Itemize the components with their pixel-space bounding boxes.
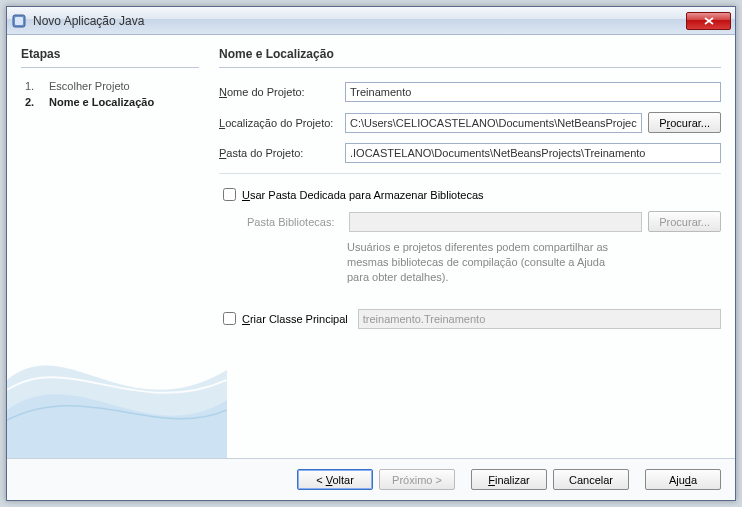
separator (219, 173, 721, 174)
titlebar[interactable]: Novo Aplicação Java (7, 7, 735, 35)
app-icon (11, 13, 27, 29)
lib-folder-label: Pasta Bibliotecas: (247, 216, 343, 228)
close-button[interactable] (686, 12, 731, 30)
step-label: Nome e Localização (49, 96, 154, 108)
button-bar: < Voltar Próximo > Finalizar Cancelar Aj… (7, 458, 735, 500)
svg-rect-1 (15, 17, 23, 25)
project-name-label: Nome do Projeto: (219, 86, 339, 98)
project-location-label: Localização do Projeto: (219, 117, 339, 129)
sidebar-title: Etapas (21, 47, 199, 68)
browse-location-button[interactable]: Procurar... (648, 112, 721, 133)
project-location-input[interactable] (345, 113, 642, 133)
create-main-class-label[interactable]: Criar Classe Principal (242, 313, 348, 325)
steps-sidebar: Etapas 1. Escolher Projeto 2. Nome e Loc… (21, 47, 209, 458)
dedicated-folder-checkbox[interactable] (223, 188, 236, 201)
help-button[interactable]: Ajuda (645, 469, 721, 490)
step-label: Escolher Projeto (49, 80, 130, 92)
project-folder-label: Pasta do Projeto: (219, 147, 339, 159)
step-list: 1. Escolher Projeto 2. Nome e Localizaçã… (21, 78, 199, 110)
wizard-window: Novo Aplicação Java Etapas 1. Escolher P… (6, 6, 736, 501)
main-panel: Nome e Localização Nome do Projeto: Loca… (209, 47, 721, 458)
lib-help-text: Usuários e projetos diferentes podem com… (219, 240, 619, 285)
create-main-class-checkbox[interactable] (223, 312, 236, 325)
step-item-current: 2. Nome e Localização (25, 94, 199, 110)
window-title: Novo Aplicação Java (33, 14, 686, 28)
next-button: Próximo > (379, 469, 455, 490)
step-number: 2. (25, 96, 39, 108)
main-class-input (358, 309, 721, 329)
browse-lib-button: Procurar... (648, 211, 721, 232)
project-name-input[interactable] (345, 82, 721, 102)
back-button[interactable]: < Voltar (297, 469, 373, 490)
project-folder-input (345, 143, 721, 163)
cancel-button[interactable]: Cancelar (553, 469, 629, 490)
finish-button[interactable]: Finalizar (471, 469, 547, 490)
main-title: Nome e Localização (219, 47, 721, 68)
lib-folder-input (349, 212, 642, 232)
step-number: 1. (25, 80, 39, 92)
step-item: 1. Escolher Projeto (25, 78, 199, 94)
dedicated-folder-label[interactable]: Usar Pasta Dedicada para Armazenar Bibli… (242, 189, 484, 201)
